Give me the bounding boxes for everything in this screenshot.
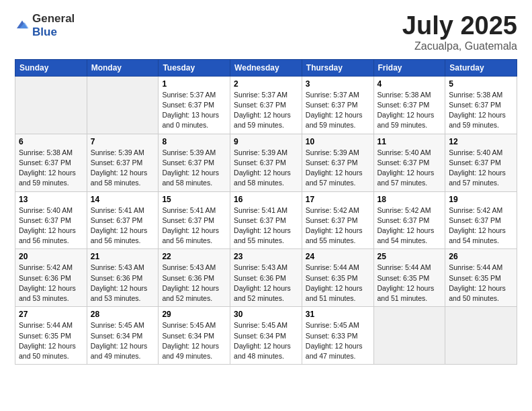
day-info: Sunrise: 5:41 AM Sunset: 6:37 PM Dayligh…: [91, 205, 155, 246]
calendar-day: [87, 76, 159, 134]
day-number: 6: [19, 137, 83, 146]
calendar-week-1: 1Sunrise: 5:37 AM Sunset: 6:37 PM Daylig…: [15, 76, 517, 134]
calendar-day: 9Sunrise: 5:39 AM Sunset: 6:37 PM Daylig…: [230, 134, 302, 191]
col-friday: Friday: [373, 59, 445, 76]
day-info: Sunrise: 5:40 AM Sunset: 6:37 PM Dayligh…: [19, 205, 83, 246]
day-number: 3: [306, 79, 370, 89]
day-info: Sunrise: 5:39 AM Sunset: 6:37 PM Dayligh…: [91, 148, 155, 189]
day-info: Sunrise: 5:39 AM Sunset: 6:37 PM Dayligh…: [162, 148, 226, 189]
day-number: 10: [306, 137, 370, 146]
calendar-day: [445, 307, 517, 365]
day-info: Sunrise: 5:42 AM Sunset: 6:37 PM Dayligh…: [449, 205, 513, 246]
day-info: Sunrise: 5:42 AM Sunset: 6:37 PM Dayligh…: [306, 205, 370, 246]
calendar-day: 4Sunrise: 5:38 AM Sunset: 6:37 PM Daylig…: [373, 76, 445, 134]
calendar-day: 20Sunrise: 5:42 AM Sunset: 6:36 PM Dayli…: [15, 249, 87, 307]
day-info: Sunrise: 5:44 AM Sunset: 6:35 PM Dayligh…: [449, 263, 513, 304]
day-number: 4: [378, 79, 442, 89]
title-block: July 2025 Zacualpa, Guatemala: [402, 12, 517, 52]
day-info: Sunrise: 5:41 AM Sunset: 6:37 PM Dayligh…: [234, 205, 298, 246]
day-info: Sunrise: 5:45 AM Sunset: 6:34 PM Dayligh…: [234, 320, 298, 361]
day-number: 2: [234, 79, 298, 89]
day-info: Sunrise: 5:39 AM Sunset: 6:37 PM Dayligh…: [306, 148, 370, 189]
logo-text: General Blue: [32, 12, 75, 39]
calendar-week-5: 27Sunrise: 5:44 AM Sunset: 6:35 PM Dayli…: [15, 307, 517, 365]
day-number: 12: [449, 137, 513, 146]
col-monday: Monday: [87, 59, 159, 76]
calendar-day: 27Sunrise: 5:44 AM Sunset: 6:35 PM Dayli…: [15, 307, 87, 365]
page: General Blue July 2025 Zacualpa, Guatema…: [0, 0, 532, 411]
day-number: 13: [19, 195, 83, 204]
calendar-day: 26Sunrise: 5:44 AM Sunset: 6:35 PM Dayli…: [445, 249, 517, 307]
day-info: Sunrise: 5:42 AM Sunset: 6:37 PM Dayligh…: [378, 205, 442, 246]
calendar-day: 22Sunrise: 5:43 AM Sunset: 6:36 PM Dayli…: [159, 249, 230, 307]
day-info: Sunrise: 5:38 AM Sunset: 6:37 PM Dayligh…: [378, 90, 442, 131]
calendar-day: 3Sunrise: 5:37 AM Sunset: 6:37 PM Daylig…: [302, 76, 373, 134]
day-info: Sunrise: 5:40 AM Sunset: 6:37 PM Dayligh…: [449, 148, 513, 189]
calendar-day: 14Sunrise: 5:41 AM Sunset: 6:37 PM Dayli…: [87, 191, 159, 249]
calendar-day: [373, 307, 445, 365]
header-row: Sunday Monday Tuesday Wednesday Thursday…: [15, 59, 517, 76]
day-info: Sunrise: 5:37 AM Sunset: 6:37 PM Dayligh…: [162, 90, 226, 131]
calendar-subtitle: Zacualpa, Guatemala: [402, 40, 517, 52]
calendar-day: 6Sunrise: 5:38 AM Sunset: 6:37 PM Daylig…: [15, 134, 87, 191]
day-info: Sunrise: 5:43 AM Sunset: 6:36 PM Dayligh…: [91, 263, 155, 304]
day-number: 8: [162, 137, 226, 146]
day-info: Sunrise: 5:45 AM Sunset: 6:33 PM Dayligh…: [306, 320, 370, 361]
col-sunday: Sunday: [15, 59, 87, 76]
day-number: 23: [234, 252, 298, 261]
calendar-day: 21Sunrise: 5:43 AM Sunset: 6:36 PM Dayli…: [87, 249, 159, 307]
day-number: 17: [306, 195, 370, 204]
day-number: 31: [306, 310, 370, 319]
day-info: Sunrise: 5:42 AM Sunset: 6:36 PM Dayligh…: [19, 263, 83, 304]
col-thursday: Thursday: [302, 59, 373, 76]
day-number: 21: [91, 252, 155, 261]
header: General Blue July 2025 Zacualpa, Guatema…: [15, 12, 517, 52]
calendar-day: 23Sunrise: 5:43 AM Sunset: 6:36 PM Dayli…: [230, 249, 302, 307]
calendar-table: Sunday Monday Tuesday Wednesday Thursday…: [15, 59, 517, 365]
calendar-day: 1Sunrise: 5:37 AM Sunset: 6:37 PM Daylig…: [159, 76, 230, 134]
day-number: 27: [19, 310, 83, 319]
col-tuesday: Tuesday: [159, 59, 230, 76]
calendar-day: 11Sunrise: 5:40 AM Sunset: 6:37 PM Dayli…: [373, 134, 445, 191]
calendar-day: 28Sunrise: 5:45 AM Sunset: 6:34 PM Dayli…: [87, 307, 159, 365]
calendar-day: 5Sunrise: 5:38 AM Sunset: 6:37 PM Daylig…: [445, 76, 517, 134]
calendar-day: 2Sunrise: 5:37 AM Sunset: 6:37 PM Daylig…: [230, 76, 302, 134]
day-number: 28: [91, 310, 155, 319]
calendar-day: 31Sunrise: 5:45 AM Sunset: 6:33 PM Dayli…: [302, 307, 373, 365]
day-number: 30: [234, 310, 298, 319]
day-info: Sunrise: 5:43 AM Sunset: 6:36 PM Dayligh…: [162, 263, 226, 304]
logo: General Blue: [15, 12, 75, 39]
calendar-day: 29Sunrise: 5:45 AM Sunset: 6:34 PM Dayli…: [159, 307, 230, 365]
day-number: 24: [306, 252, 370, 261]
calendar-week-2: 6Sunrise: 5:38 AM Sunset: 6:37 PM Daylig…: [15, 134, 517, 191]
day-info: Sunrise: 5:38 AM Sunset: 6:37 PM Dayligh…: [19, 148, 83, 189]
day-number: 5: [449, 79, 513, 89]
day-info: Sunrise: 5:44 AM Sunset: 6:35 PM Dayligh…: [19, 320, 83, 361]
day-number: 16: [234, 195, 298, 204]
day-number: 22: [162, 252, 226, 261]
calendar-day: [15, 76, 87, 134]
day-info: Sunrise: 5:38 AM Sunset: 6:37 PM Dayligh…: [449, 90, 513, 131]
calendar-day: 8Sunrise: 5:39 AM Sunset: 6:37 PM Daylig…: [159, 134, 230, 191]
calendar-day: 10Sunrise: 5:39 AM Sunset: 6:37 PM Dayli…: [302, 134, 373, 191]
col-wednesday: Wednesday: [230, 59, 302, 76]
calendar-week-4: 20Sunrise: 5:42 AM Sunset: 6:36 PM Dayli…: [15, 249, 517, 307]
day-number: 29: [162, 310, 226, 319]
day-info: Sunrise: 5:43 AM Sunset: 6:36 PM Dayligh…: [234, 263, 298, 304]
day-info: Sunrise: 5:41 AM Sunset: 6:37 PM Dayligh…: [162, 205, 226, 246]
calendar-day: 7Sunrise: 5:39 AM Sunset: 6:37 PM Daylig…: [87, 134, 159, 191]
logo-icon: [15, 17, 30, 32]
day-number: 18: [378, 195, 442, 204]
calendar-day: 13Sunrise: 5:40 AM Sunset: 6:37 PM Dayli…: [15, 191, 87, 249]
calendar-day: 18Sunrise: 5:42 AM Sunset: 6:37 PM Dayli…: [373, 191, 445, 249]
calendar-day: 30Sunrise: 5:45 AM Sunset: 6:34 PM Dayli…: [230, 307, 302, 365]
calendar-week-3: 13Sunrise: 5:40 AM Sunset: 6:37 PM Dayli…: [15, 191, 517, 249]
day-info: Sunrise: 5:44 AM Sunset: 6:35 PM Dayligh…: [378, 263, 442, 304]
calendar-title: July 2025: [402, 12, 517, 40]
day-number: 1: [162, 79, 226, 89]
day-info: Sunrise: 5:39 AM Sunset: 6:37 PM Dayligh…: [234, 148, 298, 189]
day-number: 11: [378, 137, 442, 146]
day-number: 19: [449, 195, 513, 204]
calendar-day: 25Sunrise: 5:44 AM Sunset: 6:35 PM Dayli…: [373, 249, 445, 307]
day-info: Sunrise: 5:45 AM Sunset: 6:34 PM Dayligh…: [162, 320, 226, 361]
